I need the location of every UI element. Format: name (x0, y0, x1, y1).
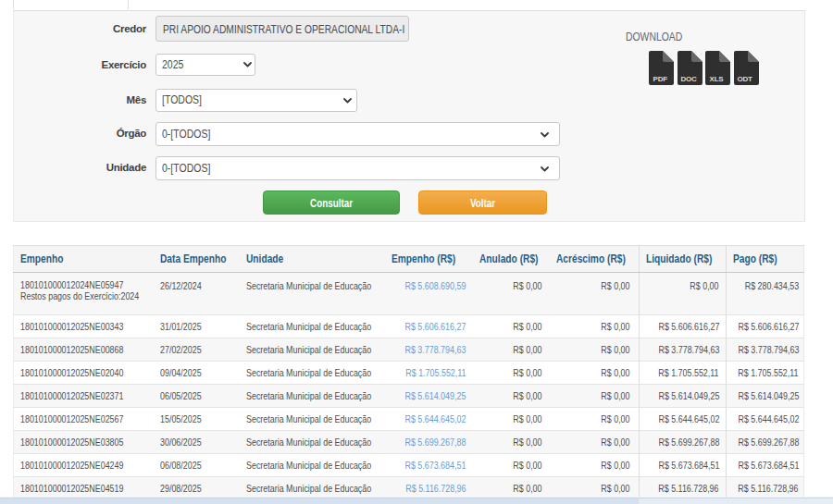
svg-text:ODT: ODT (737, 75, 752, 83)
svg-text:XLS: XLS (710, 75, 725, 83)
svg-text:DOC: DOC (680, 75, 697, 83)
svg-text:PDF: PDF (653, 75, 668, 83)
